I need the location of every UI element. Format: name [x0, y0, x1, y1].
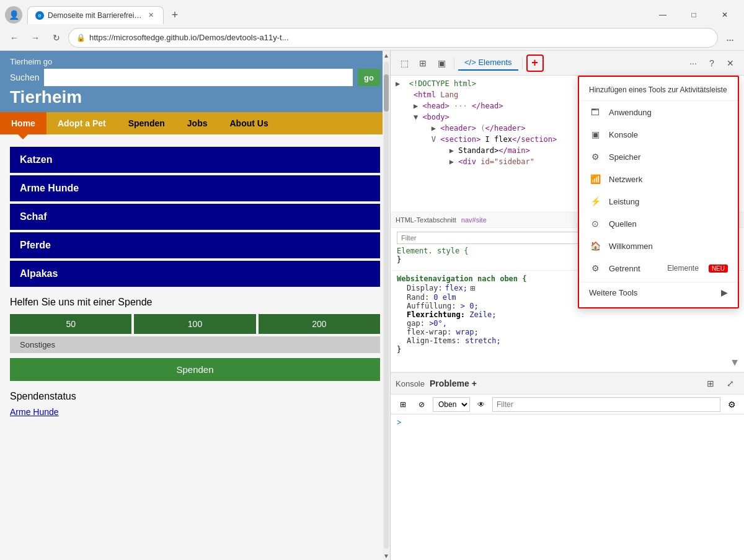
- lock-icon: 🔒: [76, 33, 86, 42]
- flex-icon[interactable]: ⊞: [470, 283, 475, 293]
- eye-icon[interactable]: 👁: [474, 397, 489, 412]
- getrennt-label: Getrennt: [609, 264, 660, 273]
- status-section: Spendenstatus Arme Hunde: [10, 391, 380, 417]
- animal-alpakas[interactable]: Alpakas: [10, 261, 380, 287]
- willkommen-icon: 🏠: [589, 240, 601, 252]
- donate-button[interactable]: Spenden: [10, 358, 380, 381]
- konsole-icon: ▣: [589, 128, 601, 141]
- inspect-element-button[interactable]: ⬚: [396, 55, 413, 72]
- quellen-icon: ⊙: [589, 217, 601, 230]
- refresh-button[interactable]: ↻: [47, 28, 66, 47]
- console-bar: Konsole Probleme + ⊞ ⤢: [391, 372, 744, 395]
- dropdown-konsole[interactable]: ▣ Konsole: [579, 123, 738, 146]
- address-bar[interactable]: 🔒 https://microsoftedge.github.io/Demos/…: [68, 28, 718, 48]
- browser-tab[interactable]: e Demoseite mit Barrierefreiheitsproblem…: [27, 6, 164, 24]
- netzwerk-icon: 📶: [589, 173, 601, 185]
- animal-pferde[interactable]: Pferde: [10, 232, 380, 258]
- nav-home[interactable]: Home: [0, 112, 46, 134]
- console-filter-input[interactable]: [492, 397, 720, 412]
- expand-arrow[interactable]: ▼: [732, 356, 738, 368]
- add-tool-button[interactable]: +: [526, 55, 544, 72]
- site-header: Tierheim go Suchen go Tierheim: [0, 51, 390, 112]
- more-tools-label: Weitere Tools: [589, 288, 721, 297]
- tab-title: Demoseite mit Barrierefreiheitsproblem: [48, 11, 142, 20]
- console-filter-row: ⊞ ⊘ Oben 👁 ⚙: [391, 395, 744, 414]
- new-tab-button[interactable]: +: [166, 6, 184, 24]
- toolbar-separator-2: [522, 57, 523, 69]
- amount-100-button[interactable]: 100: [134, 314, 255, 334]
- devtools-more-button[interactable]: ···: [684, 55, 702, 72]
- anwendung-icon: 🗔: [589, 106, 601, 118]
- animal-schaf[interactable]: Schaf: [10, 204, 380, 230]
- amount-other: Sonstiges: [10, 336, 380, 353]
- nav-about[interactable]: About Us: [219, 112, 280, 134]
- level-select[interactable]: Oben: [433, 397, 470, 412]
- maximize-button[interactable]: □: [680, 5, 708, 25]
- user-avatar: 👤: [5, 6, 22, 24]
- donation-section: Helfen Sie uns mit einer Spende 50 100 2…: [10, 297, 380, 381]
- dropdown-speicher[interactable]: ⚙ Speicher: [579, 146, 738, 168]
- scrollbar[interactable]: ▲ ▼: [383, 51, 390, 560]
- css-prop-flexrichtung: Flexrichtung:: [407, 310, 465, 319]
- tab-close-button[interactable]: ✕: [146, 11, 156, 20]
- amount-50-button[interactable]: 50: [10, 314, 131, 334]
- scroll-track[interactable]: [384, 62, 389, 549]
- animal-katzen[interactable]: Katzen: [10, 147, 380, 173]
- devtools-help-button[interactable]: ?: [703, 55, 720, 72]
- browser-more-button[interactable]: ...: [720, 28, 739, 47]
- css-rule-selector: Websitenavigation nach oben {: [397, 274, 527, 283]
- donation-title: Helfen Sie uns mit einer Spende: [10, 297, 380, 308]
- devtools-close-button[interactable]: ✕: [722, 55, 739, 72]
- dropdown-quellen[interactable]: ⊙ Quellen: [579, 212, 738, 235]
- animal-arme-hunde[interactable]: Arme Hunde: [10, 175, 380, 201]
- console-actions: ⊞ ⤢: [702, 375, 739, 392]
- console-tab[interactable]: Konsole: [396, 379, 425, 388]
- scroll-up-arrow[interactable]: ▲: [383, 51, 390, 59]
- prop-value: nav#site: [461, 216, 487, 224]
- prop-label: HTML-Textabschnitt: [396, 216, 456, 224]
- anwendung-label: Anwendung: [609, 108, 728, 117]
- status-item[interactable]: Arme Hunde: [10, 407, 380, 417]
- getrennt-icon: ⚙: [589, 262, 601, 274]
- elements-tab[interactable]: </> Elements: [458, 55, 518, 71]
- dropdown-netzwerk[interactable]: 📶 Netzwerk: [579, 168, 738, 190]
- netzwerk-label: Netzwerk: [609, 175, 728, 184]
- dropdown-willkommen[interactable]: 🏠 Willkommen: [579, 235, 738, 257]
- console-action-1[interactable]: ⊞: [702, 375, 719, 392]
- nav-adopt[interactable]: Adopt a Pet: [46, 112, 117, 134]
- site-navigation: Home Adopt a Pet Spenden Jobs About Us: [0, 112, 390, 134]
- css-prop-display: Display:: [407, 284, 443, 292]
- close-window-button[interactable]: ✕: [711, 5, 739, 25]
- layout-button[interactable]: ▣: [433, 55, 450, 72]
- nav-spenden[interactable]: Spenden: [117, 112, 176, 134]
- search-label: Suchen: [10, 72, 39, 82]
- toolbar-separator: [454, 57, 454, 69]
- css-val-display: flex;: [445, 284, 467, 292]
- dropdown-leistung[interactable]: ⚡ Leistung: [579, 190, 738, 212]
- settings-icon[interactable]: ⚙: [724, 397, 739, 412]
- donation-amounts: 50 100 200: [10, 314, 380, 334]
- leistung-label: Leistung: [609, 197, 728, 206]
- console-block-btn[interactable]: ⊘: [414, 397, 429, 412]
- willkommen-label: Willkommen: [609, 242, 728, 251]
- back-button[interactable]: ←: [5, 28, 24, 47]
- scroll-down-arrow[interactable]: ▼: [383, 551, 390, 560]
- problems-tab[interactable]: Probleme +: [430, 378, 477, 388]
- dropdown-anwendung[interactable]: 🗔 Anwendung: [579, 101, 738, 123]
- speicher-icon: ⚙: [589, 151, 601, 163]
- dropdown-weitere-tools[interactable]: Weitere Tools ▶: [579, 282, 738, 302]
- console-action-2[interactable]: ⤢: [722, 375, 739, 392]
- amount-200-button[interactable]: 200: [259, 314, 380, 334]
- search-input[interactable]: [44, 69, 353, 86]
- forward-button[interactable]: →: [26, 28, 45, 47]
- console-filter-push-btn[interactable]: ⊞: [396, 397, 410, 412]
- dropdown-getrennt[interactable]: ⚙ Getrennt Elemente NEU: [579, 257, 738, 279]
- device-emulation-button[interactable]: ⊞: [414, 55, 432, 72]
- devtools-toolbar: ⬚ ⊞ ▣ </> Elements + ··· ? ✕: [391, 51, 744, 76]
- console-chevron[interactable]: >: [397, 418, 401, 427]
- minimize-button[interactable]: —: [649, 5, 677, 25]
- url-text: https://microsoftedge.github.io/Demos/de…: [89, 33, 710, 42]
- nav-jobs[interactable]: Jobs: [176, 112, 219, 134]
- go-button[interactable]: go: [358, 69, 380, 86]
- scroll-thumb[interactable]: [384, 74, 389, 112]
